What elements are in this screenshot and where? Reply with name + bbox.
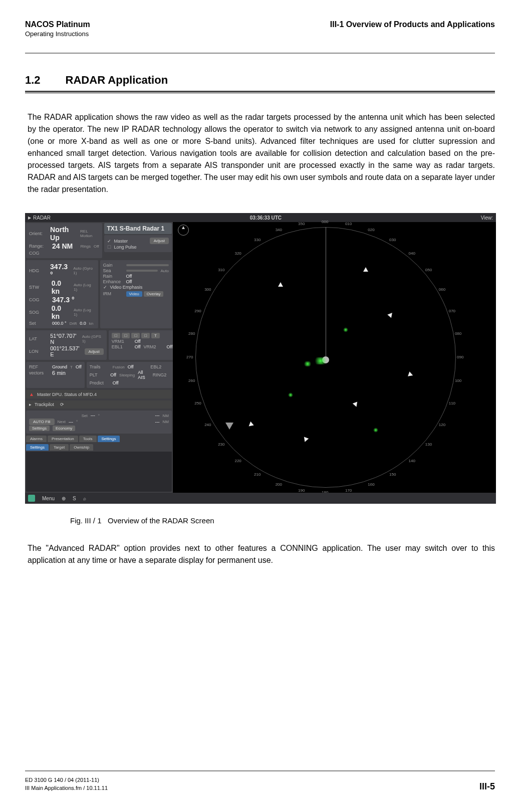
figure-caption: Fig. III / 1 Overview of the RADAR Scree… xyxy=(70,516,495,525)
paragraph-2: The "Advanced RADAR" option provides nex… xyxy=(28,542,495,566)
radar-echo xyxy=(313,357,328,364)
ais-target[interactable] xyxy=(363,267,368,272)
bearing-label: 100 xyxy=(455,378,461,383)
ss-bottombar: Menu ⊕ S ⌕ xyxy=(25,493,496,504)
tab-presentation[interactable]: Presentation xyxy=(48,436,78,442)
economy-button[interactable]: Economy xyxy=(53,426,75,431)
radar-video-panel: Gain SeaAuto RainOff EnhanceOff ✓Video E… xyxy=(100,260,172,328)
figure-radar-screen: ▶ RADAR 03:36:33 UTC View: Orient:North … xyxy=(25,213,495,504)
footer-left: ED 3100 G 140 / 04 (2011-11) III Main Ap… xyxy=(25,776,108,792)
bearing-label: 060 xyxy=(439,287,445,292)
subtab-target[interactable]: Target xyxy=(50,444,69,451)
ss-sidebar: Orient:North UpREL Motion Range:24 NMRin… xyxy=(25,222,173,493)
tab-tools[interactable]: Tools xyxy=(79,436,97,442)
bearing-label: 010 xyxy=(345,222,352,226)
auto-fill-button[interactable]: AUTO Fill xyxy=(29,419,55,425)
bearing-label: 200 xyxy=(276,482,282,487)
settings-content xyxy=(26,452,172,492)
bearing-label: 250 xyxy=(194,401,201,405)
orientation-value[interactable]: North Up xyxy=(50,226,77,242)
refresh-icon: ⟳ xyxy=(60,402,64,407)
utc-time: 03:36:33 UTC xyxy=(250,215,282,221)
overlay-button[interactable]: Overlay xyxy=(144,291,164,297)
sea-slider[interactable] xyxy=(126,270,158,272)
video-button[interactable]: Video xyxy=(126,291,142,297)
page-footer: ED 3100 G 140 / 04 (2011-11) III Main Ap… xyxy=(25,770,495,792)
bearing-label: 330 xyxy=(254,238,261,242)
heading-line xyxy=(326,227,326,360)
bearing-label: 190 xyxy=(298,488,305,493)
search-icon[interactable]: ⌕ xyxy=(83,496,86,501)
settings-button[interactable]: Settings xyxy=(29,426,50,431)
bearing-label: 120 xyxy=(439,423,445,427)
page-number: III-5 xyxy=(479,781,495,792)
bearing-label: 160 xyxy=(368,482,374,487)
bearing-label: 240 xyxy=(204,423,211,427)
subtab-ownship[interactable]: Ownship xyxy=(70,444,93,451)
bearing-label: 300 xyxy=(204,287,211,292)
mode-selector[interactable]: ▶ RADAR xyxy=(28,215,51,221)
section-title: RADAR Application xyxy=(66,74,168,87)
bearing-label: 130 xyxy=(425,442,432,447)
bearing-label: 020 xyxy=(368,228,374,232)
gain-slider[interactable] xyxy=(126,264,169,266)
range-value[interactable]: 24 NM xyxy=(52,242,73,250)
bearing-label: 040 xyxy=(409,251,415,256)
bearing-label: 320 xyxy=(234,251,241,256)
paragraph-1: The RADAR application shows the raw vide… xyxy=(28,111,495,195)
cursor-icon xyxy=(225,423,233,430)
radar-ppi[interactable]: 0000100200300400500600700800901001101201… xyxy=(173,222,496,493)
bearing-label: 210 xyxy=(254,472,261,477)
globe-icon[interactable]: ⊕ xyxy=(62,496,66,501)
menu-icon[interactable] xyxy=(28,495,35,502)
radar-echo xyxy=(303,361,312,366)
mode-label: RADAR xyxy=(33,215,51,221)
bearing-label: 090 xyxy=(457,355,463,359)
header-rule xyxy=(25,53,495,54)
alarm-row[interactable]: ▲ Master DPU. Status of MFD.4 xyxy=(26,390,172,398)
s-band-icon[interactable]: S xyxy=(73,496,76,501)
bearing-label: 290 xyxy=(194,309,201,313)
alarm-text: Master DPU. Status of MFD.4 xyxy=(37,392,97,397)
tab-settings[interactable]: Settings xyxy=(98,436,120,442)
menu-label[interactable]: Menu xyxy=(42,496,55,501)
bearing-label: 000 xyxy=(322,220,328,224)
bearing-label: 080 xyxy=(455,331,461,336)
caret-icon: ▶ xyxy=(28,216,31,220)
tx-panel: TX1 S-Band Radar 1 xyxy=(104,223,172,234)
tab-alarms[interactable]: Alarms xyxy=(26,436,47,442)
sub-tabs: Settings Target Ownship xyxy=(26,444,172,451)
ais-target[interactable] xyxy=(278,282,283,287)
bearing-label: 030 xyxy=(389,238,396,242)
bearing-label: 220 xyxy=(234,459,241,463)
bearing-label: 070 xyxy=(449,309,455,313)
compass-rose-icon xyxy=(178,225,189,236)
bearing-label: 140 xyxy=(409,459,415,463)
pos-adjust-button[interactable]: Adjust xyxy=(85,348,104,355)
bearing-label: 340 xyxy=(276,228,282,232)
bearing-label: 230 xyxy=(218,442,224,447)
bearing-label: 310 xyxy=(218,268,224,272)
vectors-panel: REFGroundTOff vectors6 min xyxy=(26,362,85,388)
bearing-label: 150 xyxy=(389,472,396,477)
doc-id: ED 3100 G 140 / 04 (2011-11) xyxy=(25,776,108,784)
adjust-button[interactable]: Adjust xyxy=(150,238,169,244)
alarm-icon: ▲ xyxy=(29,391,34,397)
header-left: NACOS Platinum Operating Instructions xyxy=(25,20,90,38)
radar-echo xyxy=(373,428,378,433)
orientation-panel: Orient:North UpREL Motion Range:24 NMRin… xyxy=(26,223,102,258)
subtab-settings[interactable]: Settings xyxy=(26,444,49,451)
section-heading: 1.2 RADAR Application xyxy=(25,74,495,87)
radar-echo xyxy=(288,392,293,397)
bearing-label: 270 xyxy=(186,355,193,359)
targets-panel: TrailsFusionOffEBL2Off PLTOffSleepingAll… xyxy=(87,362,182,388)
chevron-icon: ▸ xyxy=(29,402,32,407)
bearing-label: 110 xyxy=(449,401,455,405)
bearing-label: 170 xyxy=(345,488,352,493)
section-number: 1.2 xyxy=(25,74,41,87)
trackpilot-panel: Set---°---NM AUTO FillNext---°---NM Sett… xyxy=(26,411,172,434)
trackpilot-header[interactable]: ▸ Trackpilot ⟳ xyxy=(26,400,172,409)
product-title: NACOS Platinum xyxy=(25,20,90,29)
ss-topbar: ▶ RADAR 03:36:33 UTC View: xyxy=(25,213,496,222)
bearing-label: 280 xyxy=(188,331,195,336)
